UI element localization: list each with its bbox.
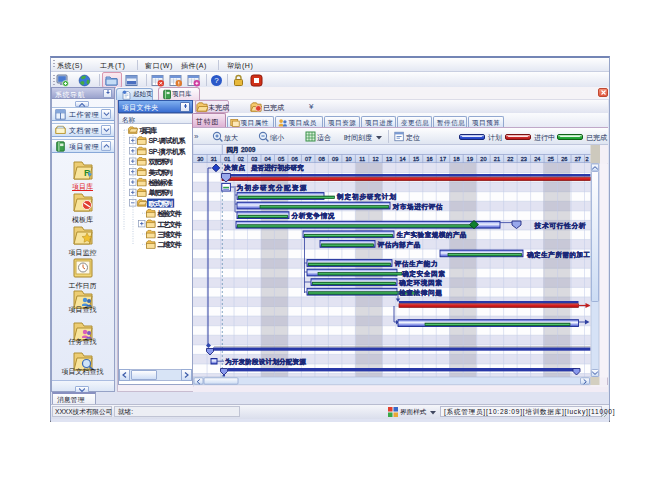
svg-text:四月: 四月 [226, 146, 239, 154]
svg-text:为开发阶段设计划分配资源: 为开发阶段设计划分配资源 [225, 358, 306, 366]
svg-text:12: 12 [372, 156, 378, 162]
svg-text:07: 07 [305, 156, 311, 162]
svg-text:13: 13 [386, 156, 392, 162]
svg-text:为初步研究分配资源: 为初步研究分配资源 [237, 183, 307, 192]
svg-text:11: 11 [359, 156, 365, 162]
svg-text:05: 05 [278, 156, 284, 162]
svg-text:06: 06 [292, 156, 298, 162]
svg-text:检验文件: 检验文件 [158, 209, 182, 218]
svg-text:10: 10 [346, 156, 352, 162]
svg-text:SP-演示机系: SP-演示机系 [149, 148, 186, 156]
svg-text:欧式系列: 欧式系列 [149, 200, 173, 208]
svg-text:2: 2 [585, 156, 588, 162]
svg-text:20: 20 [480, 156, 486, 162]
svg-text:SP-调试机系: SP-调试机系 [149, 137, 186, 145]
svg-text:08: 08 [319, 156, 325, 162]
svg-text:技术可行性分析: 技术可行性分析 [534, 222, 586, 230]
svg-text:?: ? [214, 76, 219, 85]
svg-text:工艺文件: 工艺文件 [158, 220, 182, 229]
svg-text:01: 01 [224, 156, 230, 162]
svg-text:2009: 2009 [241, 146, 256, 153]
svg-text:决策点: 决策点 [224, 164, 245, 172]
svg-text:制定初步研究计划: 制定初步研究计划 [336, 192, 396, 201]
svg-text:检查法律问题: 检查法律问题 [398, 289, 442, 297]
svg-text:生产实验室规模的产品: 生产实验室规模的产品 [396, 231, 467, 239]
svg-text:对市场进行评估: 对市场进行评估 [392, 203, 443, 211]
svg-text:确定安全因素: 确定安全因素 [401, 270, 445, 278]
svg-text:09: 09 [332, 156, 338, 162]
svg-text:是否进行初步研究: 是否进行初步研究 [250, 163, 304, 172]
svg-text:评估内部产品: 评估内部产品 [377, 241, 421, 249]
svg-text:评估生产能力: 评估生产能力 [394, 260, 438, 268]
svg-text:26: 26 [561, 156, 567, 162]
svg-text:02: 02 [238, 156, 244, 162]
svg-text:15: 15 [413, 156, 419, 162]
svg-text:18: 18 [453, 156, 459, 162]
svg-text:24: 24 [534, 156, 540, 162]
svg-text:二维文件: 二维文件 [158, 240, 182, 249]
svg-text:23: 23 [521, 156, 527, 162]
svg-text:单肥系列: 单肥系列 [149, 189, 173, 197]
svg-text:确定环境因素: 确定环境因素 [398, 279, 442, 287]
svg-text:25: 25 [548, 156, 554, 162]
svg-text:27: 27 [575, 156, 581, 162]
svg-text:检验标准: 检验标准 [149, 179, 173, 187]
svg-text:16: 16 [426, 156, 432, 162]
svg-text:17: 17 [440, 156, 446, 162]
svg-text:04: 04 [265, 156, 271, 162]
svg-text:项目库: 项目库 [140, 127, 157, 135]
svg-text:31: 31 [211, 156, 217, 162]
svg-text:分析竞争情况: 分析竞争情况 [291, 212, 335, 220]
svg-text:30: 30 [197, 156, 203, 162]
svg-text:三维文件: 三维文件 [158, 230, 182, 239]
svg-text:确定生产所需的加工: 确定生产所需的加工 [526, 251, 590, 259]
svg-text:22: 22 [507, 156, 513, 162]
svg-text:美式系列: 美式系列 [149, 169, 173, 177]
svg-text:21: 21 [494, 156, 500, 162]
svg-text:14: 14 [399, 156, 405, 162]
svg-text:双肥系列: 双肥系列 [149, 158, 173, 166]
svg-text:19: 19 [467, 156, 473, 162]
svg-text:03: 03 [251, 156, 257, 162]
